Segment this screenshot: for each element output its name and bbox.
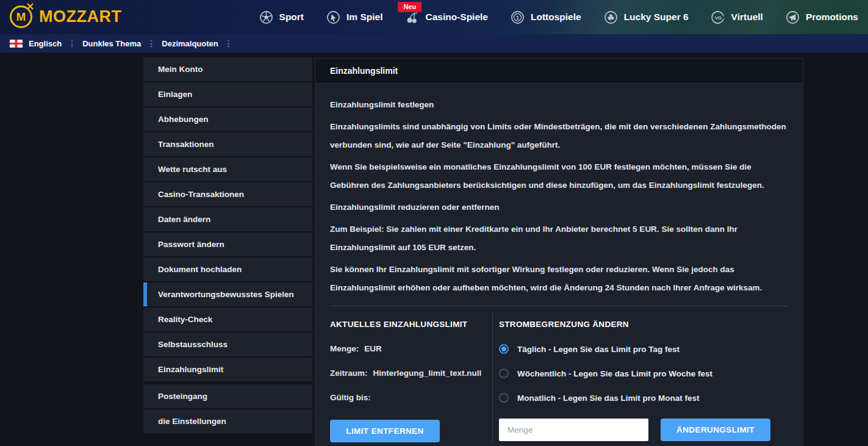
account-sidebar: Mein Konto Einlagen Abhebungen Transakti… [143, 57, 312, 434]
sidebar-item-wette-rutscht-aus[interactable]: Wette rutscht aus [143, 157, 312, 181]
change-limit-form: ÄNDERUNGSLIMIT [499, 419, 788, 441]
nav-item-lottospiele[interactable]: 1 Lottospiele [511, 10, 581, 24]
period-field: Zeitraum:Hinterlegung_limit_text.null [330, 367, 492, 379]
language-selector[interactable]: Englisch [29, 39, 62, 48]
megaphone-icon [786, 10, 800, 24]
sidebar-item-abhebungen[interactable]: Abhebungen [143, 107, 312, 131]
nav-item-lucky-super-6[interactable]: Lucky Super 6 [604, 10, 689, 24]
paragraph-creditcard-example: Zum Beispiel: Sie zahlen mit einer Kredi… [330, 220, 788, 257]
radio-monthly-icon[interactable] [499, 393, 509, 403]
main-nav: Sport Im Spiel Neu Casino-Spiele 1 [259, 0, 858, 34]
cherries-icon [405, 10, 419, 24]
logo-initial: M [16, 10, 26, 24]
sidebar-item-daten-aendern[interactable]: Daten ändern [143, 207, 312, 231]
nav-item-sport[interactable]: Sport [259, 10, 304, 24]
panel-body: Einzahlungslimit festlegen Einzahlungsli… [315, 84, 803, 442]
theme-selector[interactable]: Dunkles Thema [82, 39, 141, 48]
nav-item-promotions[interactable]: Promotions [786, 10, 858, 24]
radio-monthly-label: Monatlich - Legen Sie das Limit pro Mona… [517, 394, 700, 403]
nav-label: Casino-Spiele [425, 12, 488, 23]
amount-input[interactable] [499, 419, 648, 441]
odds-menu-dots-icon[interactable]: ⋮ [224, 38, 233, 48]
lotto-ball-icon: 1 [511, 10, 525, 24]
live-cursor-icon [326, 10, 340, 24]
sidebar-item-selbstausschluss[interactable]: Selbstausschluss [143, 333, 312, 356]
radio-weekly-icon[interactable] [499, 369, 509, 378]
logo-star-icon [27, 3, 34, 10]
radio-daily-icon[interactable] [499, 344, 509, 354]
soccer-ball-icon [259, 10, 273, 24]
nav-item-virtuell[interactable]: VG Virtuell [711, 10, 763, 24]
amount-value: EUR [364, 344, 382, 353]
change-limit-button[interactable]: ÄNDERUNGSLIMIT [661, 419, 770, 441]
odds-format-selector[interactable]: Dezimalquoten [162, 39, 218, 48]
sidebar-item-einzahlungslimit[interactable]: Einzahlungslimit [143, 358, 312, 381]
period-label: Zeitraum: [330, 369, 368, 378]
change-limit-column: STROMBEGRENZUNG ÄNDERN Täglich - Legen S… [492, 312, 788, 442]
sidebar-item-transaktionen[interactable]: Transaktionen [143, 132, 312, 156]
england-flag-icon [10, 40, 23, 48]
paragraph-limits-independent: Einzahlungslimits sind unabhängig von Li… [330, 118, 788, 154]
sidebar-item-die-einstellungen[interactable]: die Einstellungen [143, 409, 312, 433]
amount-label: Menge: [330, 344, 359, 353]
nav-label: Virtuell [731, 12, 763, 23]
logo-m-circle: M [10, 5, 32, 28]
clover-icon [604, 10, 618, 24]
nav-label: Im Spiel [346, 12, 382, 23]
limit-section: AKTUELLES EINZAHLUNGSLIMIT Menge:EUR Zei… [330, 306, 788, 442]
neu-badge: Neu [398, 2, 421, 12]
settings-bar: Englisch ⋮ Dunkles Thema ⋮ Dezimalquoten… [0, 34, 868, 52]
paragraph-effective-time: Sie können Ihr Einzahlungslimit mit sofo… [330, 261, 788, 297]
paragraph-reduce-remove: Einzahlungslimit reduzieren oder entfern… [330, 198, 788, 217]
amount-field: Menge:EUR [330, 343, 492, 355]
paragraph-set-limit: Einzahlungslimit festlegen [330, 96, 788, 114]
current-limit-heading: AKTUELLES EINZAHLUNGSLIMIT [330, 318, 492, 331]
sidebar-item-verantwortungsbewusstes-spielen[interactable]: Verantwortungsbewusstes Spielen [143, 282, 312, 306]
change-limit-heading: STROMBEGRENZUNG ÄNDERN [499, 318, 788, 331]
radio-option-weekly[interactable]: Wöchentlich - Legen Sie das Limit pro Wo… [499, 367, 788, 379]
logo-wordmark: MOZZART [39, 7, 121, 26]
panel-header: Einzahlungslimit [315, 59, 803, 84]
theme-menu-dots-icon[interactable]: ⋮ [147, 38, 156, 48]
radio-option-monthly[interactable]: Monatlich - Legen Sie das Limit pro Mona… [499, 392, 788, 404]
vg-icon: VG [711, 10, 725, 24]
radio-daily-label: Täglich - Legen Sie das Limit pro Tag fe… [517, 345, 680, 354]
sidebar-item-posteingang[interactable]: Posteingang [143, 384, 312, 408]
nav-item-im-spiel[interactable]: Im Spiel [326, 10, 382, 24]
valid-until-field: Gültig bis: [330, 392, 492, 404]
nav-label: Sport [279, 12, 304, 23]
valid-until-label: Gültig bis: [330, 393, 371, 402]
panel-title: Einzahlungslimit [330, 66, 398, 76]
sidebar-item-mein-konto[interactable]: Mein Konto [143, 57, 312, 81]
top-header: M MOZZART Sport Im Spiel Neu [0, 0, 868, 34]
remove-limit-button[interactable]: LIMIT ENTFERNEN [330, 420, 440, 442]
current-limit-column: AKTUELLES EINZAHLUNGSLIMIT Menge:EUR Zei… [330, 312, 492, 442]
radio-option-daily[interactable]: Täglich - Legen Sie das Limit pro Tag fe… [499, 343, 788, 355]
svg-text:1: 1 [516, 14, 519, 20]
paragraph-monthly-example: Wenn Sie beispielsweise ein monatliches … [330, 158, 788, 195]
deposit-limit-panel: Einzahlungslimit Einzahlungslimit festle… [315, 58, 803, 446]
nav-label: Lucky Super 6 [624, 12, 689, 23]
period-value: Hinterlegung_limit_text.null [373, 369, 482, 378]
sidebar-item-einlagen[interactable]: Einlagen [143, 82, 312, 106]
svg-text:VG: VG [715, 15, 722, 20]
sidebar-item-passwort-aendern[interactable]: Passwort ändern [143, 232, 312, 256]
radio-weekly-label: Wöchentlich - Legen Sie das Limit pro Wo… [517, 369, 712, 378]
language-menu-dots-icon[interactable]: ⋮ [68, 38, 76, 48]
sidebar-item-dokument-hochladen[interactable]: Dokument hochladen [143, 257, 312, 281]
sidebar-item-casino-transaktionen[interactable]: Casino-Transaktionen [143, 182, 312, 206]
nav-item-casino-spiele[interactable]: Neu Casino-Spiele [405, 10, 488, 24]
nav-label: Lottospiele [531, 12, 581, 23]
sidebar-item-reality-check[interactable]: Reality-Check [143, 308, 312, 331]
nav-label: Promotions [806, 12, 858, 23]
mozzart-logo[interactable]: M MOZZART [10, 5, 121, 28]
